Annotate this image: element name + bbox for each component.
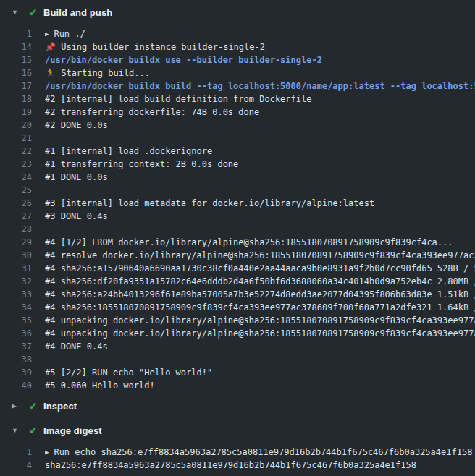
line-number-link[interactable]: 21: [0, 132, 32, 145]
chevron-right-icon: ▶: [12, 394, 29, 418]
success-check-icon: ✓: [29, 400, 43, 412]
log-line: 35#4 unpacking docker.io/library/alpine@…: [0, 314, 475, 327]
run-group-label: Run ./: [54, 29, 85, 39]
log-line: 17/usr/bin/docker buildx build --tag loc…: [0, 80, 475, 93]
log-line: 31#4 sha256:a15790640a6690aa1730c38cf0a4…: [0, 262, 475, 275]
log-line: 4sha256:e7ff8834a5963a2785c5a0811e979d16…: [0, 459, 475, 472]
line-number-link[interactable]: 27: [0, 210, 32, 223]
log-line-text: #4 resolve docker.io/library/alpine@sha2…: [45, 249, 475, 262]
log-line-text: #3 DONE 0.4s: [45, 210, 475, 223]
expand-run-group-icon[interactable]: ▶: [45, 446, 49, 459]
line-number-link[interactable]: 14: [0, 41, 32, 54]
step-label-inspect: Inspect: [43, 401, 77, 412]
log-line: 1▶Run ./: [0, 27, 475, 41]
log-line-text: #2 [internal] load build definition from…: [45, 93, 475, 106]
log-line: 29#4 [1/2] FROM docker.io/library/alpine…: [0, 236, 475, 249]
log-line: 27#3 DONE 0.4s: [0, 210, 475, 223]
line-number-link[interactable]: 23: [0, 158, 32, 171]
line-number-link[interactable]: 26: [0, 197, 32, 210]
step-header-build-and-push[interactable]: ▼✓Build and push: [0, 0, 475, 25]
line-number-link[interactable]: 17: [0, 80, 32, 93]
log-line: 18#2 [internal] load build definition fr…: [0, 93, 475, 106]
line-number-link[interactable]: 34: [0, 301, 32, 314]
line-number-link[interactable]: 16: [0, 67, 32, 80]
line-number-link[interactable]: 35: [0, 314, 32, 327]
line-number-link[interactable]: 29: [0, 236, 32, 249]
log-line: 16🏃 Starting build...: [0, 67, 475, 80]
line-number-link[interactable]: 1: [0, 27, 32, 41]
step-header-image-digest[interactable]: ▼✓Image digest: [0, 418, 475, 443]
log-line-text: 📌 Using builder instance builder-single-…: [45, 41, 475, 54]
log-line: 26#3 [internal] load metadata for docker…: [0, 197, 475, 210]
log-line-text: #5 0.060 Hello world!: [45, 379, 475, 392]
line-number-link[interactable]: 32: [0, 275, 32, 288]
line-number-link[interactable]: 4: [0, 459, 32, 472]
chevron-down-icon: ▼: [12, 0, 29, 25]
log-line: 1▶Run echo sha256:e7ff8834a5963a2785c5a0…: [0, 446, 475, 459]
log-line-text: #4 sha256:a15790640a6690aa1730c38cf0a440…: [45, 262, 475, 275]
log-line: 24#1 DONE 0.0s: [0, 171, 475, 184]
line-number-link[interactable]: 22: [0, 145, 32, 158]
log-line-text: #3 [internal] load metadata for docker.i…: [45, 197, 475, 210]
log-line-text: #1 transferring context: 2B 0.0s done: [45, 158, 475, 171]
line-number-link[interactable]: 24: [0, 171, 32, 184]
line-number-link[interactable]: 28: [0, 223, 32, 236]
log-line: 23#1 transferring context: 2B 0.0s done: [0, 158, 475, 171]
line-number-link[interactable]: 31: [0, 262, 32, 275]
log-line-text: sha256:e7ff8834a5963a2785c5a0811e979d16b…: [45, 459, 475, 472]
log-line: 15/usr/bin/docker buildx use --builder b…: [0, 54, 475, 67]
log-line-text: #4 unpacking docker.io/library/alpine@sh…: [45, 314, 475, 327]
log-line: 21: [0, 132, 475, 145]
expand-run-group-icon[interactable]: ▶: [45, 27, 49, 41]
log-line-text: 🏃 Starting build...: [45, 67, 475, 80]
success-check-icon: ✓: [29, 425, 43, 436]
line-number-link[interactable]: 30: [0, 249, 32, 262]
line-number-link[interactable]: 39: [0, 366, 32, 379]
line-number-link[interactable]: 37: [0, 340, 32, 353]
log-line: 40#5 0.060 Hello world!: [0, 379, 475, 392]
success-check-icon: ✓: [29, 7, 43, 18]
step-label-build-and-push: Build and push: [43, 7, 112, 18]
log-line: 33#4 sha256:a24bb4013296f61e89ba57005a7b…: [0, 288, 475, 301]
log-line: 25: [0, 184, 475, 197]
log-line: 30#4 resolve docker.io/library/alpine@sh…: [0, 249, 475, 262]
line-number-link[interactable]: 18: [0, 93, 32, 106]
step-header-inspect[interactable]: ▶✓Inspect: [0, 394, 475, 418]
line-number-link[interactable]: 19: [0, 106, 32, 119]
chevron-down-icon: ▼: [12, 418, 29, 443]
line-number-link[interactable]: 38: [0, 353, 32, 366]
log-line-text: #4 [1/2] FROM docker.io/library/alpine@s…: [45, 236, 475, 249]
log-line: 34#4 sha256:185518070891758909c9f839cf4c…: [0, 301, 475, 314]
log-line: 38: [0, 353, 475, 366]
log-line-text: #1 DONE 0.0s: [45, 171, 475, 184]
log-line-text: #5 [2/2] RUN echo "Hello world!": [45, 366, 475, 379]
line-number-link[interactable]: 25: [0, 184, 32, 197]
log-line-text: #1 [internal] load .dockerignore: [45, 145, 475, 158]
log-command-text: /usr/bin/docker buildx use --builder bui…: [45, 54, 475, 67]
log-line-text: #4 sha256:a24bb4013296f61e89ba57005a7b3e…: [45, 288, 475, 301]
log-line-text: #4 DONE 0.4s: [45, 340, 475, 353]
line-number-link[interactable]: 15: [0, 54, 32, 67]
line-number-link[interactable]: 1: [0, 446, 32, 459]
run-group-label: Run echo sha256:e7ff8834a5963a2785c5a081…: [54, 447, 472, 457]
log-line: 20#2 DONE 0.0s: [0, 119, 475, 132]
log-line: 37#4 DONE 0.4s: [0, 340, 475, 353]
log-line-text: [45, 132, 475, 145]
log-lines-image-digest: 1▶Run echo sha256:e7ff8834a5963a2785c5a0…: [0, 443, 475, 473]
log-line-text: ▶Run echo sha256:e7ff8834a5963a2785c5a08…: [45, 446, 475, 459]
log-lines-build-and-push: 1▶Run ./14📌 Using builder instance build…: [0, 25, 475, 394]
log-line: 36#4 unpacking docker.io/library/alpine@…: [0, 327, 475, 340]
log-line-text: #4 unpacking docker.io/library/alpine@sh…: [45, 327, 475, 340]
line-number-link[interactable]: 20: [0, 119, 32, 132]
log-line-text: #4 sha256:185518070891758909c9f839cf4ca3…: [45, 301, 475, 314]
line-number-link[interactable]: 36: [0, 327, 32, 340]
log-command-text: /usr/bin/docker buildx build --tag local…: [45, 80, 475, 93]
line-number-link[interactable]: 33: [0, 288, 32, 301]
line-number-link[interactable]: 40: [0, 379, 32, 392]
log-line: 32#4 sha256:df20fa9351a15782c64e6dddb2d4…: [0, 275, 475, 288]
log-line-text: [45, 223, 475, 236]
log-line-text: #2 transferring dockerfile: 74B 0.0s don…: [45, 106, 475, 119]
log-line-text: [45, 184, 475, 197]
log-line: 28: [0, 223, 475, 236]
step-label-image-digest: Image digest: [43, 425, 102, 436]
